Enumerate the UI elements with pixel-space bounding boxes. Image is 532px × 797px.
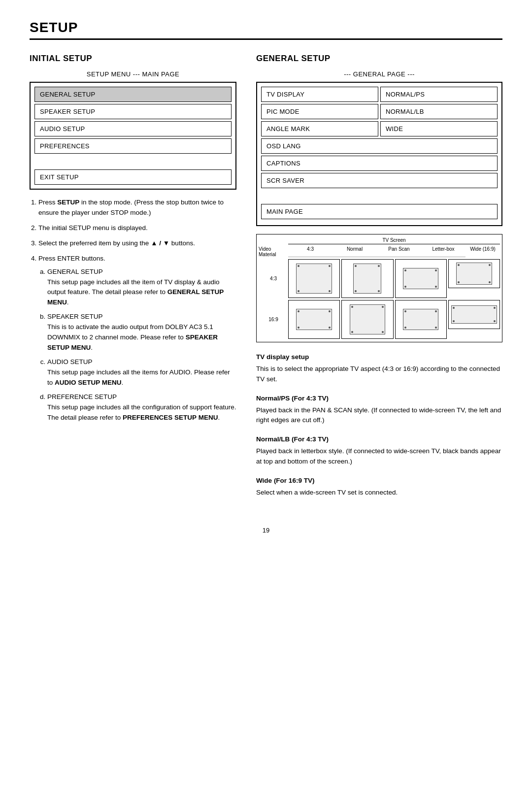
- sub-c-bold: AUDIO SETUP MENU: [55, 379, 122, 386]
- row-label-43: 4:3: [259, 276, 288, 281]
- general-menu-row-2: PIC MODE NORMAL/LB: [261, 104, 498, 119]
- general-menu-captions[interactable]: CAPTIONS: [261, 156, 498, 171]
- page-number: 19: [30, 527, 502, 534]
- screen-inner-169-lb: [403, 309, 438, 330]
- screen-inner-43-wide: [456, 263, 492, 285]
- general-menu-pic-mode[interactable]: PIC MODE: [261, 104, 378, 119]
- tv-screen-label: TV Screen: [288, 237, 500, 244]
- instruction-2: The initial SETUP menu is displayed.: [38, 223, 236, 233]
- general-menu-normal-lb[interactable]: NORMAL/LB: [380, 104, 498, 119]
- desc-normal-lb-heading: Normal/LB (For 4:3 TV): [256, 434, 502, 445]
- general-menu-row-3: ANGLE MARK WIDE: [261, 121, 498, 136]
- screen-inner-169-pan: [350, 304, 385, 335]
- general-setup-heading: GENERAL SETUP: [256, 54, 502, 64]
- screen-169-lb: [395, 300, 447, 339]
- instruction-1: Press SETUP in the stop mode. (Press the…: [38, 198, 236, 218]
- instruction-3-bold: ▲ / ▼: [151, 239, 169, 247]
- desc-tv-display-heading: TV display setup: [256, 352, 502, 363]
- instructions-section: Press SETUP in the stop mode. (Press the…: [30, 198, 236, 423]
- general-menu-tv-display[interactable]: TV DISPLAY: [261, 87, 378, 102]
- screen-inner-43-normal: [296, 264, 332, 294]
- sub-instruction-d: PREFERENCE SETUP This setup page include…: [47, 392, 236, 423]
- desc-normal-lb-text: Played back in letterbox style. (If conn…: [256, 446, 502, 467]
- screen-169-normal: [288, 300, 340, 339]
- general-menu-angle-mark[interactable]: ANGLE MARK: [261, 121, 378, 136]
- instruction-3: Select the preferred item by using the ▲…: [38, 238, 236, 249]
- page-title: SETUP: [30, 20, 502, 40]
- screen-inner-169-normal: [296, 309, 332, 330]
- desc-normal-ps: Normal/PS (For 4:3 TV) Played back in th…: [256, 394, 502, 426]
- general-menu-single-row-captions: CAPTIONS: [261, 156, 498, 171]
- general-menu-main-page[interactable]: MAIN PAGE: [261, 204, 498, 219]
- general-menu-normal-ps[interactable]: NORMAL/PS: [380, 87, 498, 102]
- menu-item-audio-setup[interactable]: AUDIO SETUP: [34, 121, 232, 136]
- screen-43-wide: [448, 259, 500, 288]
- desc-tv-display-text: This is to select the appropriate TV asp…: [256, 364, 502, 385]
- instruction-4: Press ENTER buttons. GENERAL SETUP This …: [38, 254, 236, 423]
- screen-inner-169-wide: [451, 305, 497, 324]
- tv-diagram-header: TV Screen: [259, 237, 500, 245]
- tv-diagram-corner: [259, 237, 288, 245]
- sub-b-bold: SPEAKER SETUP MENU: [47, 333, 218, 351]
- general-menu-scr-saver[interactable]: SCR SAVER: [261, 173, 498, 188]
- row-label-169: 16:9: [259, 317, 288, 322]
- desc-normal-lb: Normal/LB (For 4:3 TV) Played back in le…: [256, 434, 502, 467]
- desc-normal-ps-heading: Normal/PS (For 4:3 TV): [256, 394, 502, 404]
- sub-a-bold: GENERAL SETUP MENU: [47, 288, 224, 306]
- menu-item-exit-setup[interactable]: EXIT SETUP: [34, 169, 232, 185]
- col-header-panscan: Pan Scan: [377, 246, 421, 256]
- video-material-label: Video Material: [259, 246, 288, 257]
- instruction-1-bold: SETUP: [57, 199, 79, 206]
- initial-setup-heading: INITIAL SETUP: [30, 54, 236, 64]
- menu-item-general-setup[interactable]: GENERAL SETUP: [34, 87, 232, 102]
- screen-169-wide: [448, 300, 500, 329]
- screen-43-normal: [288, 259, 340, 298]
- tv-row-43: 4:3: [259, 259, 500, 298]
- general-setup-submenu-label: --- GENERAL PAGE ---: [256, 70, 502, 78]
- col-header-normal: Normal: [332, 246, 377, 256]
- general-menu-single-row-scr: SCR SAVER: [261, 173, 498, 188]
- sub-d-bold: PREFERENCES SETUP MENU: [123, 414, 218, 421]
- tv-row-169: 16:9: [259, 300, 500, 339]
- screen-inner-43-pan: [353, 264, 381, 294]
- general-setup-column: GENERAL SETUP --- GENERAL PAGE --- TV DI…: [256, 54, 502, 507]
- general-menu-osd-lang[interactable]: OSD LANG: [261, 138, 498, 154]
- initial-setup-column: INITIAL SETUP SETUP MENU --- MAIN PAGE G…: [30, 54, 236, 428]
- tv-diagram: TV Screen Video Material 4:3 Normal Pan …: [256, 234, 502, 342]
- menu-item-preferences[interactable]: PREFERENCES: [34, 138, 232, 154]
- general-setup-menu-box: TV DISPLAY NORMAL/PS PIC MODE NORMAL/LB …: [256, 82, 502, 226]
- general-menu-main-page-row: MAIN PAGE: [261, 204, 498, 219]
- menu-item-speaker-setup[interactable]: SPEAKER SETUP: [34, 104, 232, 119]
- desc-normal-ps-text: Played back in the PAN & SCAN style. (If…: [256, 405, 502, 426]
- screen-inner-43-lb: [403, 268, 438, 289]
- sub-instruction-c: AUDIO SETUP This setup page includes all…: [47, 357, 236, 388]
- screen-43-lb: [395, 259, 447, 298]
- sub-instruction-a: GENERAL SETUP This setup page includes a…: [47, 267, 236, 308]
- general-menu-single-row-osd: OSD LANG: [261, 138, 498, 154]
- initial-setup-submenu-label: SETUP MENU --- MAIN PAGE: [30, 70, 236, 78]
- desc-wide: Wide (For 16:9 TV) Select when a wide-sc…: [256, 476, 502, 498]
- general-menu-wide[interactable]: WIDE: [380, 121, 498, 136]
- col-header-wide: Wide (16:9): [466, 246, 500, 257]
- initial-setup-menu-box: GENERAL SETUP SPEAKER SETUP AUDIO SETUP …: [30, 82, 236, 190]
- general-menu-row-1: TV DISPLAY NORMAL/PS: [261, 87, 498, 102]
- screen-43-panscan: [341, 259, 393, 298]
- sub-instruction-b: SPEAKER SETUP This is to activate the au…: [47, 312, 236, 353]
- col-header-43: 4:3: [288, 246, 332, 256]
- desc-tv-display: TV display setup This is to select the a…: [256, 352, 502, 385]
- col-header-letterbox: Letter-box: [421, 246, 466, 256]
- desc-wide-text: Select when a wide-screen TV set is conn…: [256, 488, 502, 498]
- screen-169-panscan: [341, 300, 393, 339]
- desc-wide-heading: Wide (For 16:9 TV): [256, 476, 502, 486]
